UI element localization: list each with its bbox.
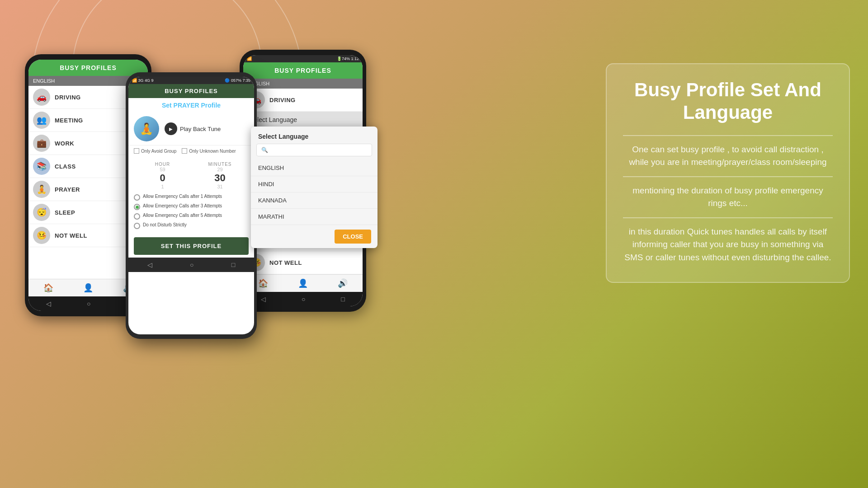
right-phone-language: ENGLISH <box>243 79 363 89</box>
dialog-lang-marathi[interactable]: MARATHI <box>251 209 377 225</box>
right-status-bar: 📶 🔋74% 1:12 <box>243 55 363 62</box>
profile-icon[interactable]: 👤 <box>298 278 308 288</box>
set-profile-title: Set PRAYER Profile <box>128 98 254 113</box>
unknown-number-checkbox[interactable]: Only Unknown Number <box>182 148 236 154</box>
radio-icon[interactable] <box>134 194 140 201</box>
divider <box>623 135 833 136</box>
play-button[interactable]: ▶ <box>165 122 177 135</box>
middle-home-bar: ◁ ○ □ <box>128 258 254 272</box>
dialog-lang-english[interactable]: ENGLISH <box>251 160 377 176</box>
language-dialog: Select Language 🔍 ENGLISH HINDI KANNADA … <box>251 127 377 248</box>
back-btn[interactable]: ◁ <box>261 296 266 303</box>
status-bar: 📶 3G 4G 9 🔵 057% 7:35 <box>128 77 254 84</box>
home-btn[interactable]: ○ <box>190 261 193 268</box>
avoid-group-checkbox[interactable]: Only Avoid Group <box>134 148 176 154</box>
list-item[interactable]: 🤒 NOT WELL <box>243 251 363 274</box>
avatar: 🧘 <box>33 181 50 198</box>
home-icon[interactable]: 🏠 <box>258 278 268 288</box>
avatar: 📚 <box>33 158 50 175</box>
avatar: 💼 <box>33 135 50 152</box>
emergency-section: Allow Emergency Calls after 1 Attempts A… <box>128 191 254 235</box>
radio-icon[interactable] <box>134 204 140 210</box>
recents-btn[interactable]: □ <box>341 296 344 303</box>
avatar: 👥 <box>33 112 50 129</box>
sound-icon[interactable]: 🔊 <box>338 278 348 288</box>
emergency-radio-2[interactable]: Allow Emergency Calls after 3 Attempts <box>134 203 249 210</box>
options-section: Only Avoid Group Only Unknown Number <box>128 145 254 160</box>
right-home-bar: ◁ ○ □ <box>243 292 363 306</box>
profile-icon[interactable]: 👤 <box>83 283 93 293</box>
left-phone-header: BUSY PROFILES <box>28 60 148 76</box>
back-btn[interactable]: ◁ <box>147 261 152 268</box>
list-item[interactable]: 🚗 DRIVING <box>243 89 363 112</box>
right-phone-header: BUSY PROFILES <box>243 62 363 79</box>
checkbox-icon[interactable] <box>182 148 187 154</box>
emergency-radio-3[interactable]: Allow Emergency Calls after 5 Attempts <box>134 213 249 220</box>
hour-picker[interactable]: HOUR 59 0 1 <box>145 162 181 189</box>
back-btn[interactable]: ◁ <box>46 300 51 307</box>
minutes-picker[interactable]: MINUTES 29 30 31 <box>202 162 238 189</box>
dialog-lang-kannada[interactable]: KANNADA <box>251 192 377 209</box>
middle-phone-header: BUSY PROFILES <box>128 84 254 98</box>
info-panel: Busy Profile Set And Language One can se… <box>606 63 850 283</box>
avatar: 🤒 <box>33 227 50 244</box>
home-btn[interactable]: ○ <box>87 300 90 307</box>
avatar: 🚗 <box>33 89 50 106</box>
do-not-disturb-radio[interactable]: Do not Disturb Strictly <box>134 222 249 229</box>
middle-phone: 📶 3G 4G 9 🔵 057% 7:35 BUSY PROFILES Set … <box>126 72 257 339</box>
radio-icon[interactable] <box>134 213 140 220</box>
play-tune-control[interactable]: ▶ Play Back Tune <box>165 122 221 135</box>
radio-icon[interactable] <box>134 223 140 229</box>
avatar: 😴 <box>33 204 50 221</box>
select-language-bar[interactable]: Select Language <box>243 112 363 128</box>
checkbox-icon[interactable] <box>134 148 139 154</box>
info-text-3: in this duration Quick tunes handles all… <box>623 225 833 264</box>
home-btn[interactable]: ○ <box>302 296 305 303</box>
info-title: Busy Profile Set And Language <box>623 79 833 124</box>
dialog-close-row: CLOSE <box>251 225 377 248</box>
left-phone-title: BUSY PROFILES <box>60 64 117 71</box>
dialog-title: Select Language <box>251 127 377 144</box>
dialog-lang-hindi[interactable]: HINDI <box>251 176 377 192</box>
dialog-search[interactable]: 🔍 <box>256 144 372 156</box>
right-bottom-nav: 🏠 👤 🔊 <box>243 274 363 292</box>
divider <box>623 217 833 218</box>
info-text-2: mentioning the duration of busy profile … <box>623 184 833 210</box>
home-icon[interactable]: 🏠 <box>43 283 53 293</box>
prayer-section: 🧘 ▶ Play Back Tune <box>128 113 254 145</box>
set-profile-button[interactable]: SET THIS PROFILE <box>134 237 249 255</box>
prayer-avatar: 🧘 <box>134 116 159 141</box>
divider <box>623 176 833 177</box>
emergency-radio-1[interactable]: Allow Emergency Calls after 1 Attempts <box>134 194 249 201</box>
close-button[interactable]: CLOSE <box>335 230 371 244</box>
time-section: HOUR 59 0 1 MINUTES 29 30 31 <box>128 160 254 191</box>
recents-btn[interactable]: □ <box>231 261 235 268</box>
info-text-1: One can set busy profile , to avoid call… <box>623 143 833 169</box>
